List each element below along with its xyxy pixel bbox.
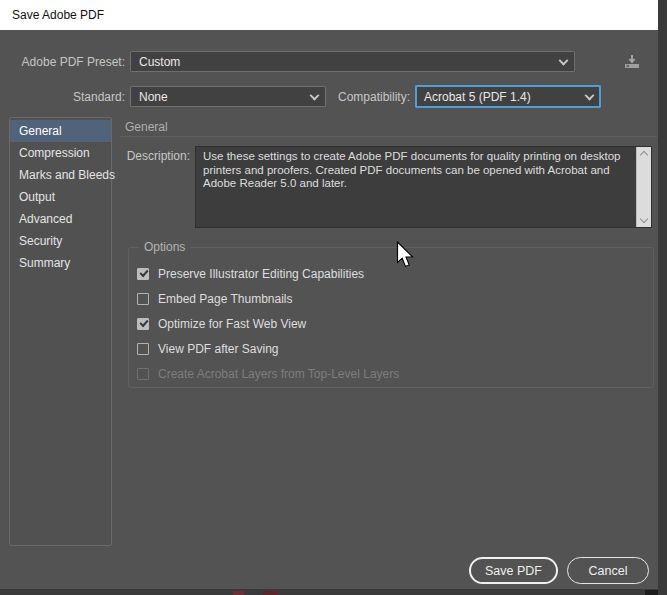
checkbox-label: Optimize for Fast Web View: [158, 317, 306, 331]
checkbox[interactable]: [137, 318, 149, 330]
checkbox-label: View PDF after Saving: [158, 342, 279, 356]
standard-value: None: [139, 90, 168, 104]
save-adobe-pdf-dialog: Save Adobe PDF Adobe PDF Preset: Custom …: [0, 0, 658, 589]
chevron-down-icon[interactable]: [640, 215, 648, 223]
checkbox-label: Embed Page Thumbnails: [158, 292, 293, 306]
chevron-down-icon: [310, 90, 320, 100]
artwork-fragment: [233, 591, 244, 595]
checkbox[interactable]: [137, 268, 149, 280]
save-pdf-button-label: Save PDF: [485, 564, 542, 578]
artwork-fragment: [645, 590, 658, 595]
option-row-preserve-illustrator-editing-capabilities[interactable]: Preserve Illustrator Editing Capabilitie…: [137, 261, 637, 286]
checkbox[interactable]: [137, 343, 149, 355]
category-item-label: Security: [19, 234, 62, 248]
compatibility-value: Acrobat 5 (PDF 1.4): [424, 90, 531, 104]
checkbox-label: Create Acrobat Layers from Top-Level Lay…: [158, 367, 399, 381]
option-row-optimize-for-fast-web-view[interactable]: Optimize for Fast Web View: [137, 311, 637, 336]
artwork-fragment: [263, 591, 278, 595]
description-scrollbar[interactable]: [636, 147, 651, 227]
option-row-embed-page-thumbnails[interactable]: Embed Page Thumbnails: [137, 286, 637, 311]
sidebar-item-output[interactable]: Output: [10, 186, 111, 208]
preset-value: Custom: [139, 55, 180, 69]
sidebar-item-advanced[interactable]: Advanced: [10, 208, 111, 230]
save-pdf-button[interactable]: Save PDF: [469, 557, 558, 584]
compatibility-label: Compatibility:: [330, 87, 410, 107]
category-item-label: Compression: [19, 146, 90, 160]
category-item-label: Output: [19, 190, 55, 204]
option-row-view-pdf-after-saving[interactable]: View PDF after Saving: [137, 336, 637, 361]
dialog-titlebar[interactable]: Save Adobe PDF: [0, 0, 658, 30]
screen: Save Adobe PDF Adobe PDF Preset: Custom …: [0, 0, 667, 595]
description-textarea[interactable]: Use these settings to create Adobe PDF d…: [195, 146, 652, 228]
category-item-label: Summary: [19, 256, 70, 270]
preset-label: Adobe PDF Preset:: [0, 52, 125, 72]
download-icon: [623, 54, 641, 70]
background-bottom-edge: [0, 589, 658, 595]
dialog-title: Save Adobe PDF: [12, 8, 104, 22]
standard-label: Standard:: [0, 87, 125, 107]
panel-title: General: [125, 120, 168, 134]
standard-select[interactable]: None: [130, 86, 326, 107]
preset-select[interactable]: Custom: [130, 51, 575, 72]
sidebar-item-security[interactable]: Security: [10, 230, 111, 252]
checkbox[interactable]: [137, 293, 149, 305]
chevron-down-icon: [559, 55, 569, 65]
compatibility-select[interactable]: Acrobat 5 (PDF 1.4): [415, 85, 601, 108]
sidebar-item-compression[interactable]: Compression: [10, 142, 111, 164]
category-item-label: Marks and Bleeds: [19, 168, 115, 182]
category-item-label: Advanced: [19, 212, 72, 226]
save-preset-button[interactable]: [617, 50, 647, 74]
description-label: Description:: [120, 149, 190, 163]
options-checkbox-list: Preserve Illustrator Editing Capabilitie…: [137, 261, 637, 386]
category-list: General Compression Marks and Bleeds Out…: [9, 117, 112, 546]
cancel-button-label: Cancel: [589, 564, 628, 578]
checkbox[interactable]: [137, 368, 149, 380]
sidebar-item-general[interactable]: General: [10, 120, 111, 142]
background-right-edge: [658, 0, 667, 595]
options-group: Options Preserve Illustrator Editing Cap…: [128, 247, 654, 388]
chevron-up-icon[interactable]: [640, 151, 648, 159]
option-row-create-acrobat-layers-from-top-level-layers[interactable]: Create Acrobat Layers from Top-Level Lay…: [137, 361, 637, 386]
cancel-button[interactable]: Cancel: [567, 557, 649, 584]
category-list-items: General Compression Marks and Bleeds Out…: [10, 120, 111, 274]
category-item-label: General: [19, 124, 62, 138]
panel-divider: [120, 136, 657, 137]
checkbox-label: Preserve Illustrator Editing Capabilitie…: [158, 267, 364, 281]
sidebar-item-summary[interactable]: Summary: [10, 252, 111, 274]
chevron-down-icon: [585, 90, 595, 100]
options-legend: Options: [139, 240, 190, 254]
description-text: Use these settings to create Adobe PDF d…: [203, 150, 620, 189]
sidebar-item-marks-and-bleeds[interactable]: Marks and Bleeds: [10, 164, 111, 186]
